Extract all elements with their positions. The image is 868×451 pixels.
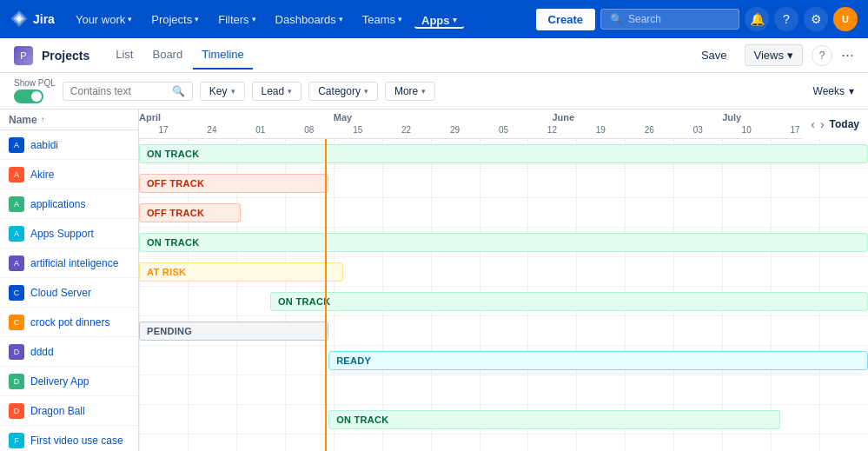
status-bar[interactable]: AT RISK: [139, 262, 343, 282]
date-label: 03: [693, 125, 703, 135]
tab-list[interactable]: List: [107, 41, 142, 70]
today-button[interactable]: Today: [830, 118, 859, 130]
list-item[interactable]: DDelivery App: [0, 367, 138, 396]
status-bar[interactable]: ON TRACK: [139, 144, 868, 163]
project-name: First video use case: [30, 434, 123, 447]
timeline-next-button[interactable]: ›: [820, 117, 825, 131]
filter-bar: Show PQL 🔍 Key ▾ Lead ▾ Category ▾ More …: [0, 73, 868, 109]
table-row: PENDING: [139, 316, 868, 346]
list-item[interactable]: Aaabidi: [0, 130, 138, 160]
date-label: 17: [791, 125, 800, 135]
jira-logo[interactable]: Jira: [10, 10, 55, 28]
settings-button[interactable]: ⚙: [804, 7, 828, 31]
list-item[interactable]: CCloud Server: [0, 278, 138, 308]
status-bar[interactable]: ON TRACK: [139, 233, 868, 252]
projects-page-icon: P: [14, 46, 33, 65]
table-row: ON TRACK: [139, 139, 868, 169]
sub-header: P Projects List Board Timeline Save View…: [0, 38, 868, 73]
save-button[interactable]: Save: [692, 45, 736, 65]
left-panel-header: Name ↑: [0, 109, 138, 130]
chevron-down-icon: ▾: [787, 49, 793, 62]
right-panel: ‹ › Today AprilMayJuneJuly17240108152229…: [139, 109, 868, 451]
date-label: 08: [304, 125, 314, 135]
timeline-grid: ON TRACKOFF TRACKOFF TRACKON TRACKAT RIS…: [139, 139, 868, 451]
user-avatar[interactable]: U: [833, 7, 858, 31]
project-icon: D: [9, 344, 24, 360]
project-icon: C: [9, 315, 24, 330]
nav-apps[interactable]: Apps ▾: [414, 10, 464, 29]
list-item[interactable]: Ddddd: [0, 337, 138, 367]
projects-title: Projects: [42, 49, 89, 63]
tab-timeline[interactable]: Timeline: [193, 41, 253, 70]
project-name: aabidi: [30, 139, 58, 151]
key-filter[interactable]: Key ▾: [200, 82, 245, 101]
project-name: artificial inteligence: [30, 257, 118, 269]
search-input[interactable]: [70, 85, 168, 97]
help-button[interactable]: ?: [774, 7, 798, 31]
more-options-button[interactable]: ···: [841, 46, 854, 64]
status-bar[interactable]: OFF TRACK: [139, 174, 328, 193]
tab-board[interactable]: Board: [143, 41, 191, 70]
lead-filter[interactable]: Lead ▾: [252, 82, 302, 101]
project-name: Apps Support: [30, 228, 94, 240]
pql-toggle[interactable]: [14, 90, 43, 103]
nav-teams[interactable]: Teams ▾: [355, 10, 409, 30]
date-label: 26: [645, 125, 654, 135]
nav-dashboards[interactable]: Dashboards ▾: [268, 10, 350, 30]
project-name: applications: [30, 198, 85, 210]
list-item[interactable]: Aapplications: [0, 189, 138, 219]
table-row: OFF TRACK: [139, 198, 868, 228]
project-icon: A: [9, 196, 24, 212]
sort-icon[interactable]: ↑: [41, 115, 45, 124]
timeline-container: Name ↑ AaabidiAAkireAapplicationsAApps S…: [0, 109, 868, 451]
list-item[interactable]: FFirst video use case: [0, 426, 138, 451]
list-item[interactable]: DDragon Ball: [0, 396, 138, 426]
date-label: 15: [353, 125, 362, 135]
nav-projects[interactable]: Projects ▾: [144, 10, 206, 30]
project-icon: A: [9, 255, 24, 271]
status-bar[interactable]: READY: [328, 351, 868, 370]
views-button[interactable]: Views ▾: [745, 44, 803, 66]
status-bar[interactable]: ON TRACK: [270, 292, 868, 311]
date-label: 05: [499, 125, 508, 135]
project-name: crock pot dinners: [30, 316, 109, 328]
jira-wordmark: Jira: [33, 12, 55, 26]
category-filter[interactable]: Category ▾: [308, 82, 378, 101]
project-name: Cloud Server: [30, 287, 91, 299]
list-item[interactable]: AApps Support: [0, 219, 138, 249]
main-content: Name ↑ AaabidiAAkireAapplicationsAApps S…: [0, 109, 868, 451]
date-label: 22: [401, 125, 411, 135]
list-item[interactable]: Aartificial inteligence: [0, 249, 138, 278]
search-bar[interactable]: 🔍 Search: [600, 9, 739, 30]
date-label: 12: [547, 125, 557, 135]
table-row: AT RISK: [139, 257, 868, 287]
date-label: 24: [207, 125, 216, 135]
nav-filters[interactable]: Filters ▾: [211, 10, 262, 30]
list-item[interactable]: Ccrock pot dinners: [0, 308, 138, 337]
help-circle-button[interactable]: ?: [812, 45, 832, 66]
notifications-button[interactable]: 🔔: [745, 7, 769, 31]
chevron-down-icon: ▾: [421, 87, 426, 96]
project-name: Dragon Ball: [30, 405, 85, 417]
date-label: 10: [742, 125, 752, 135]
more-filter[interactable]: More ▾: [385, 82, 435, 101]
timeline-prev-button[interactable]: ‹: [811, 117, 815, 131]
project-icon: A: [9, 137, 24, 153]
create-button[interactable]: Create: [536, 9, 595, 30]
project-icon: D: [9, 374, 24, 389]
chevron-down-icon: ▾: [849, 85, 854, 97]
chevron-down-icon: ▾: [231, 87, 235, 96]
project-name: Akire: [30, 169, 54, 181]
status-bar[interactable]: ON TRACK: [328, 410, 780, 429]
nav-your-work[interactable]: Your work ▾: [69, 10, 139, 30]
status-bar[interactable]: OFF TRACK: [139, 203, 241, 222]
table-row: OFF TRACK: [139, 169, 868, 198]
show-pql-label: Show PQL: [14, 78, 56, 88]
project-icon: C: [9, 285, 24, 301]
month-label: April: [139, 112, 161, 123]
list-item[interactable]: AAkire: [0, 160, 138, 189]
status-bar[interactable]: PENDING: [139, 322, 328, 341]
date-label: 01: [255, 125, 265, 135]
table-row: [139, 434, 868, 451]
weeks-selector[interactable]: Weeks ▾: [813, 85, 854, 97]
